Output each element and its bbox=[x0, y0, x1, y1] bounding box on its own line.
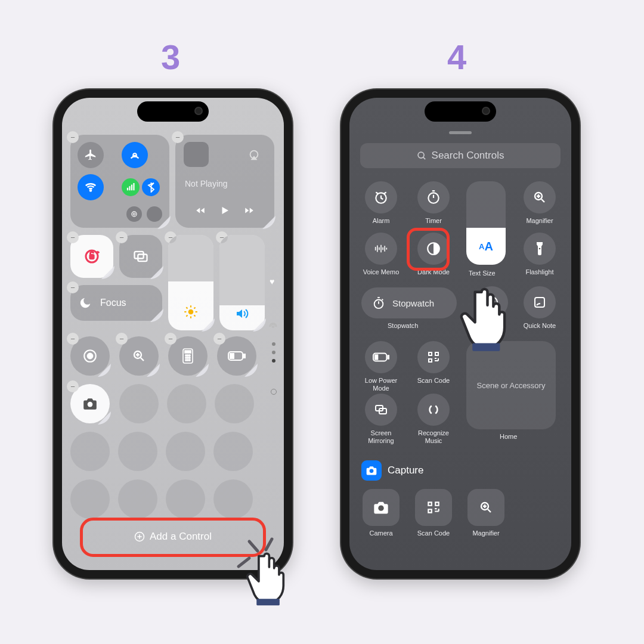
svg-point-27 bbox=[187, 360, 188, 361]
remove-icon[interactable] bbox=[172, 131, 184, 143]
control-dark-mode[interactable]: Dark Mode bbox=[410, 233, 457, 276]
rewind-icon[interactable] bbox=[194, 205, 206, 216]
wifi-icon[interactable] bbox=[78, 174, 104, 200]
shazam-icon bbox=[426, 402, 441, 417]
bluetooth-icon[interactable] bbox=[142, 178, 160, 196]
forward-icon[interactable] bbox=[243, 205, 255, 216]
control-recognize-music[interactable]: Recognize Music bbox=[410, 394, 457, 444]
remove-icon[interactable] bbox=[67, 333, 79, 345]
camera-tile[interactable] bbox=[70, 384, 110, 423]
control-low-power[interactable]: Low Power Mode bbox=[358, 341, 404, 392]
vpn-icon[interactable] bbox=[147, 206, 162, 222]
hotspot-icon[interactable] bbox=[126, 206, 142, 222]
cellular-icon[interactable] bbox=[122, 178, 140, 196]
control-screen-record-2[interactable] bbox=[469, 286, 515, 318]
remove-icon[interactable] bbox=[213, 333, 225, 345]
control-voice-memo[interactable]: Voice Memo bbox=[358, 233, 404, 276]
control-timer[interactable]: Timer bbox=[410, 181, 457, 225]
svg-point-13 bbox=[188, 309, 194, 315]
svg-point-23 bbox=[185, 357, 187, 358]
calculator-tile[interactable] bbox=[168, 336, 208, 376]
speaker-icon bbox=[234, 306, 250, 321]
phone-step-3: Not Playing bbox=[54, 89, 292, 578]
search-controls[interactable]: Search Controls bbox=[360, 143, 561, 168]
svg-rect-47 bbox=[535, 298, 544, 307]
control-magnifier[interactable]: Magnifier bbox=[516, 181, 563, 225]
stopwatch-label: Stopwatch bbox=[388, 322, 418, 329]
low-power-tile[interactable] bbox=[217, 336, 256, 376]
control-quick-note[interactable]: Quick Note bbox=[516, 286, 563, 330]
control-scan-code[interactable]: Scan Code bbox=[410, 341, 457, 385]
svg-rect-3 bbox=[129, 186, 130, 190]
qr-icon bbox=[426, 500, 441, 515]
svg-rect-2 bbox=[127, 188, 128, 190]
svg-point-43 bbox=[539, 248, 541, 250]
svg-rect-37 bbox=[256, 599, 280, 605]
remove-icon[interactable] bbox=[165, 333, 177, 345]
control-flashlight[interactable]: Flashlight bbox=[516, 233, 563, 276]
volume-slider[interactable] bbox=[219, 235, 265, 330]
remove-icon[interactable] bbox=[67, 231, 79, 243]
dynamic-island bbox=[137, 101, 209, 122]
control-text-size[interactable]: AA bbox=[466, 181, 506, 265]
alarm-icon bbox=[373, 190, 389, 205]
remove-icon[interactable] bbox=[67, 131, 79, 143]
note-icon bbox=[532, 295, 547, 309]
svg-point-14 bbox=[273, 326, 274, 328]
control-magnifier-2[interactable]: Magnifier bbox=[463, 489, 509, 537]
screen-record[interactable] bbox=[70, 336, 110, 376]
brightness-slider[interactable] bbox=[168, 235, 213, 330]
moon-icon bbox=[79, 296, 92, 309]
airplay-icon[interactable] bbox=[241, 142, 267, 168]
svg-point-25 bbox=[189, 357, 190, 358]
controls-library: Search Controls Alarm Timer Magnifier AA… bbox=[349, 98, 571, 570]
svg-point-1 bbox=[90, 190, 91, 191]
phone-step-4: Search Controls Alarm Timer Magnifier AA… bbox=[341, 89, 580, 578]
capture-section: Capture bbox=[361, 460, 423, 481]
control-scan-code-2[interactable]: Scan Code bbox=[410, 489, 457, 537]
search-placeholder: Search Controls bbox=[432, 150, 504, 162]
add-a-control-button[interactable]: Add a Control bbox=[86, 521, 260, 552]
add-control-label: Add a Control bbox=[150, 531, 212, 543]
control-scene-accessory[interactable]: Scene or Accessory bbox=[466, 341, 556, 429]
svg-point-20 bbox=[185, 355, 187, 356]
airplane-icon[interactable] bbox=[78, 142, 104, 168]
media-status: Not Playing bbox=[185, 179, 228, 188]
screen-mirroring-tile[interactable] bbox=[119, 235, 162, 278]
step-label-4: 4 bbox=[447, 37, 466, 77]
svg-rect-31 bbox=[230, 354, 234, 358]
play-icon[interactable] bbox=[219, 205, 230, 216]
svg-point-24 bbox=[187, 357, 188, 358]
orientation-lock[interactable] bbox=[70, 235, 113, 278]
media-tile[interactable]: Not Playing bbox=[175, 135, 274, 228]
control-stopwatch[interactable]: Stopwatch bbox=[361, 287, 457, 318]
svg-rect-50 bbox=[375, 355, 378, 359]
svg-point-28 bbox=[189, 360, 190, 361]
svg-point-6 bbox=[133, 213, 135, 215]
svg-rect-19 bbox=[185, 351, 191, 353]
search-icon bbox=[417, 151, 427, 161]
remove-icon[interactable] bbox=[67, 281, 79, 293]
waveform-icon bbox=[373, 243, 389, 255]
connectivity-tile[interactable] bbox=[70, 135, 169, 228]
text-size-label: Text Size bbox=[469, 270, 496, 277]
airdrop-icon[interactable] bbox=[122, 142, 148, 168]
control-screen-mirroring[interactable]: Screen Mirroring bbox=[358, 394, 404, 444]
control-alarm[interactable]: Alarm bbox=[358, 181, 404, 225]
qr-icon bbox=[426, 350, 441, 364]
home-label: Home bbox=[500, 433, 517, 440]
magnifier-icon bbox=[132, 349, 146, 363]
remove-icon[interactable] bbox=[67, 380, 79, 392]
sheet-grabber[interactable] bbox=[449, 131, 472, 134]
focus-tile[interactable]: Focus bbox=[70, 285, 162, 321]
plus-circle-icon bbox=[134, 531, 145, 542]
signal-icon bbox=[268, 322, 278, 332]
control-camera[interactable]: Camera bbox=[358, 489, 404, 537]
svg-rect-49 bbox=[388, 355, 389, 359]
media-controls[interactable] bbox=[175, 205, 274, 216]
focus-label: Focus bbox=[100, 298, 126, 308]
magnifier-tile[interactable] bbox=[119, 336, 159, 376]
svg-point-53 bbox=[370, 469, 374, 473]
remove-icon[interactable] bbox=[116, 231, 128, 243]
remove-icon[interactable] bbox=[116, 333, 128, 345]
